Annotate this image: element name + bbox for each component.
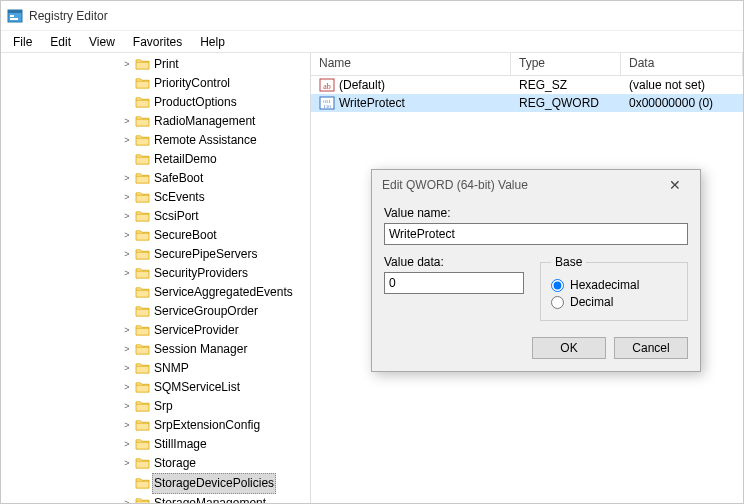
tree-item[interactable]: >Storage xyxy=(121,454,310,473)
tree-item-label: RetailDemo xyxy=(152,150,219,169)
tree-item-label: Storage xyxy=(152,454,198,473)
ok-button[interactable]: OK xyxy=(532,337,606,359)
folder-icon xyxy=(135,172,150,185)
tree-item[interactable]: ServiceAggregatedEvents xyxy=(121,283,310,302)
registry-tree[interactable]: >PrintPriorityControlProductOptions>Radi… xyxy=(1,55,310,503)
tree-item[interactable]: >SecurePipeServers xyxy=(121,245,310,264)
tree-item[interactable]: StorageDevicePolicies xyxy=(121,473,310,494)
tree-item-label: StillImage xyxy=(152,435,209,454)
radio-hex-input[interactable] xyxy=(551,279,564,292)
value-name-input[interactable] xyxy=(384,223,688,245)
expander-icon[interactable]: > xyxy=(121,249,133,261)
menu-favorites[interactable]: Favorites xyxy=(125,33,190,51)
folder-icon xyxy=(135,457,150,470)
close-icon[interactable]: ✕ xyxy=(660,177,690,193)
tree-item-label: SafeBoot xyxy=(152,169,205,188)
tree-item[interactable]: >SQMServiceList xyxy=(121,378,310,397)
expander-icon xyxy=(121,97,133,109)
tree-item-label: PriorityControl xyxy=(152,74,232,93)
tree-item[interactable]: >ScEvents xyxy=(121,188,310,207)
expander-icon[interactable]: > xyxy=(121,325,133,337)
expander-icon[interactable]: > xyxy=(121,268,133,280)
radio-hex-label: Hexadecimal xyxy=(570,278,639,292)
binary-value-icon: 011110 xyxy=(319,95,335,111)
expander-icon[interactable]: > xyxy=(121,59,133,71)
expander-icon[interactable]: > xyxy=(121,363,133,375)
expander-icon[interactable]: > xyxy=(121,344,133,356)
menubar: File Edit View Favorites Help xyxy=(1,31,743,53)
value-data-input[interactable] xyxy=(384,272,524,294)
value-data: (value not set) xyxy=(621,78,743,92)
tree-item-label: SecurityProviders xyxy=(152,264,250,283)
tree-item[interactable]: >ScsiPort xyxy=(121,207,310,226)
tree-item-label: SecureBoot xyxy=(152,226,219,245)
menu-view[interactable]: View xyxy=(81,33,123,51)
folder-icon xyxy=(135,362,150,375)
folder-icon xyxy=(135,210,150,223)
tree-item[interactable]: >SecurityProviders xyxy=(121,264,310,283)
tree-item[interactable]: >ServiceProvider xyxy=(121,321,310,340)
expander-icon[interactable]: > xyxy=(121,230,133,242)
menu-file[interactable]: File xyxy=(5,33,40,51)
values-list[interactable]: ab(Default)REG_SZ(value not set)011110Wr… xyxy=(311,76,743,112)
expander-icon[interactable]: > xyxy=(121,420,133,432)
values-header: Name Type Data xyxy=(311,53,743,76)
value-row[interactable]: ab(Default)REG_SZ(value not set) xyxy=(311,76,743,94)
expander-icon[interactable]: > xyxy=(121,458,133,470)
tree-item[interactable]: >SrpExtensionConfig xyxy=(121,416,310,435)
tree-item-label: Srp xyxy=(152,397,175,416)
tree-item-label: ServiceGroupOrder xyxy=(152,302,260,321)
folder-icon xyxy=(135,77,150,90)
tree-item[interactable]: >RadioManagement xyxy=(121,112,310,131)
expander-icon[interactable]: > xyxy=(121,192,133,204)
tree-item-label: ScEvents xyxy=(152,188,207,207)
tree-item[interactable]: ProductOptions xyxy=(121,93,310,112)
tree-item-label: Session Manager xyxy=(152,340,249,359)
menu-help[interactable]: Help xyxy=(192,33,233,51)
value-row[interactable]: 011110WriteProtectREG_QWORD0x00000000 (0… xyxy=(311,94,743,112)
radio-dec-input[interactable] xyxy=(551,296,564,309)
tree-item[interactable]: >StorageManagement xyxy=(121,494,310,503)
folder-icon xyxy=(135,400,150,413)
tree-item[interactable]: >StillImage xyxy=(121,435,310,454)
expander-icon[interactable]: > xyxy=(121,173,133,185)
col-header-data[interactable]: Data xyxy=(621,53,743,75)
folder-icon xyxy=(135,381,150,394)
svg-text:ab: ab xyxy=(323,82,331,91)
radio-hex[interactable]: Hexadecimal xyxy=(551,278,677,292)
tree-item[interactable]: >SecureBoot xyxy=(121,226,310,245)
expander-icon[interactable]: > xyxy=(121,382,133,394)
string-value-icon: ab xyxy=(319,77,335,93)
expander-icon[interactable]: > xyxy=(121,439,133,451)
folder-icon xyxy=(135,191,150,204)
tree-item[interactable]: ServiceGroupOrder xyxy=(121,302,310,321)
tree-item[interactable]: >Remote Assistance xyxy=(121,131,310,150)
expander-icon[interactable]: > xyxy=(121,498,133,504)
expander-icon[interactable]: > xyxy=(121,401,133,413)
tree-item[interactable]: RetailDemo xyxy=(121,150,310,169)
expander-icon[interactable]: > xyxy=(121,116,133,128)
tree-item[interactable]: >SafeBoot xyxy=(121,169,310,188)
dialog-titlebar[interactable]: Edit QWORD (64-bit) Value ✕ xyxy=(372,170,700,200)
col-header-name[interactable]: Name xyxy=(311,53,511,75)
expander-icon[interactable]: > xyxy=(121,135,133,147)
tree-panel[interactable]: >PrintPriorityControlProductOptions>Radi… xyxy=(1,53,311,503)
folder-icon xyxy=(135,324,150,337)
cancel-button[interactable]: Cancel xyxy=(614,337,688,359)
tree-item-label: Print xyxy=(152,55,181,74)
tree-item[interactable]: >Srp xyxy=(121,397,310,416)
expander-icon[interactable]: > xyxy=(121,211,133,223)
tree-item-label: ScsiPort xyxy=(152,207,201,226)
folder-icon xyxy=(135,497,150,503)
tree-item[interactable]: >SNMP xyxy=(121,359,310,378)
folder-icon xyxy=(135,248,150,261)
folder-icon xyxy=(135,343,150,356)
tree-item[interactable]: PriorityControl xyxy=(121,74,310,93)
radio-dec[interactable]: Decimal xyxy=(551,295,677,309)
tree-item-label: StorageDevicePolicies xyxy=(152,473,276,494)
expander-icon xyxy=(121,306,133,318)
tree-item[interactable]: >Session Manager xyxy=(121,340,310,359)
menu-edit[interactable]: Edit xyxy=(42,33,79,51)
col-header-type[interactable]: Type xyxy=(511,53,621,75)
tree-item[interactable]: >Print xyxy=(121,55,310,74)
